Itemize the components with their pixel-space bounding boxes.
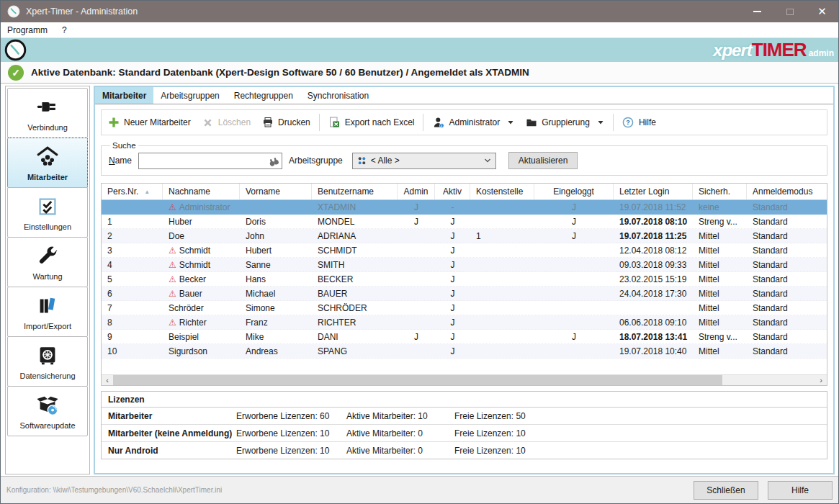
brand-logo: xpert TIMER admin bbox=[713, 39, 834, 61]
license-name: Nur Android bbox=[108, 446, 236, 456]
cell-login: 19.07.2018 11:52 bbox=[614, 200, 693, 214]
tab-arbeitsgruppen[interactable]: Arbeitsgruppen bbox=[153, 87, 226, 104]
cell-nachname: Sigurdson bbox=[163, 344, 240, 358]
maximize-button[interactable] bbox=[773, 1, 806, 22]
table-row[interactable]: 4⚠SchmidtSanneSMITHJ09.03.2018 09:33Mitt… bbox=[102, 258, 827, 272]
table-row[interactable]: 1HuberDorisMONDELJJJ19.07.2018 08:10Stre… bbox=[102, 215, 827, 229]
cell-login: 19.07.2018 11:25 bbox=[614, 229, 693, 243]
löschen-button[interactable]: Löschen bbox=[202, 117, 251, 129]
cell-modus: Standard bbox=[747, 215, 827, 228]
window-controls: ✕ bbox=[741, 1, 838, 22]
cell-pers: 10 bbox=[102, 344, 163, 358]
cell-sicherheit: Streng v... bbox=[693, 330, 747, 343]
scroll-right-arrow-icon[interactable]: › bbox=[815, 375, 827, 385]
cell-pers: 2 bbox=[102, 229, 163, 243]
search-input[interactable] bbox=[138, 153, 282, 169]
column-header-vorname[interactable]: Vorname bbox=[240, 184, 312, 199]
table-row[interactable]: 6⚠BauerMichaelBAUERJ24.04.2018 17:30Mitt… bbox=[102, 287, 827, 301]
cell-sicherheit: Mittel bbox=[693, 301, 747, 315]
cell-kostenstelle bbox=[470, 315, 534, 329]
cell-benutzername: MONDEL bbox=[312, 215, 398, 228]
table-row[interactable]: 7SchröderSimoneSCHRÖDERJMittelStandard bbox=[102, 301, 827, 315]
cell-benutzername: XTADMIN bbox=[312, 200, 398, 214]
tab-rechtegruppen[interactable]: Rechtegruppen bbox=[227, 87, 300, 104]
table-row[interactable]: 9BeispielMikeDANIJJJ18.07.2018 13:41Stre… bbox=[102, 330, 827, 344]
sidebar-item-import-export[interactable]: Import/Export bbox=[7, 287, 88, 337]
toolbar-button-label: Gruppierung bbox=[542, 117, 590, 127]
dropdown-caret-icon[interactable] bbox=[597, 119, 604, 126]
cell-benutzername: SMITH bbox=[312, 258, 398, 271]
sidebar-item-softwareupdate[interactable]: Softwareupdate bbox=[7, 386, 88, 436]
cell-admin bbox=[398, 272, 435, 286]
toolbar-button-label: Löschen bbox=[218, 117, 251, 127]
cell-benutzername: SCHMIDT bbox=[312, 243, 398, 257]
toolbar-separator bbox=[319, 114, 320, 131]
refresh-button[interactable]: Aktualisieren bbox=[508, 152, 578, 169]
sidebar-item-datensicherung[interactable]: Datensicherung bbox=[7, 336, 88, 387]
cell-pers: 7 bbox=[102, 301, 163, 315]
column-header-pers[interactable]: Pers.Nr.▲ bbox=[102, 184, 163, 199]
dropdown-caret-icon[interactable] bbox=[507, 119, 514, 126]
table-row[interactable]: 8⚠RichterFranzRICHTERJ06.06.2018 09:10Mi… bbox=[102, 315, 827, 330]
cell-aktiv: J bbox=[435, 330, 470, 343]
gruppierung-button[interactable]: Gruppierung bbox=[525, 117, 604, 129]
scroll-left-arrow-icon[interactable]: ‹ bbox=[102, 375, 113, 385]
app-clock-icon bbox=[7, 5, 20, 18]
scrollbar-thumb[interactable] bbox=[113, 375, 722, 385]
license-acquired: Erworbene Lizenzen: 10 bbox=[236, 446, 346, 456]
menu-item-[interactable]: ? bbox=[62, 25, 67, 35]
drucken-button[interactable]: Drucken bbox=[261, 117, 310, 129]
cell-sicherheit: Mittel bbox=[693, 272, 747, 286]
minimize-button[interactable] bbox=[741, 1, 773, 22]
table-row[interactable]: ⚠AdministratorXTADMINJ-J19.07.2018 11:52… bbox=[102, 200, 827, 215]
license-name: Mitarbeiter bbox=[108, 411, 236, 421]
close-icon[interactable]: ✕ bbox=[806, 1, 838, 22]
sidebar-item-label: Wartung bbox=[32, 272, 62, 281]
sidebar-item-einstellungen[interactable]: Einstellungen bbox=[7, 187, 88, 238]
menu-item-programm[interactable]: Programm bbox=[7, 25, 48, 35]
column-header-nachname[interactable]: Nachname bbox=[163, 184, 240, 199]
plus-icon bbox=[107, 117, 120, 129]
table-row[interactable]: 10SigurdsonAndreasSPANGJ19.07.2018 10:40… bbox=[102, 344, 827, 359]
tab-synchronisation[interactable]: Synchronisation bbox=[300, 87, 376, 104]
cell-benutzername: SCHRÖDER bbox=[312, 301, 398, 315]
sidebar-item-mitarbeiter[interactable]: Mitarbeiter bbox=[7, 138, 88, 188]
close-button[interactable]: Schließen bbox=[694, 481, 758, 500]
column-header-modus[interactable]: Anmeldemodus bbox=[747, 184, 827, 199]
help-button[interactable]: Hilfe bbox=[768, 481, 833, 500]
column-header-login[interactable]: Letzter Login bbox=[614, 184, 693, 199]
cell-sicherheit: Streng v... bbox=[693, 215, 747, 228]
column-header-benutzername[interactable]: Benutzername bbox=[312, 184, 398, 199]
horizontal-scrollbar[interactable]: ‹ › bbox=[102, 374, 827, 385]
workgroup-label: Arbeitsgruppe bbox=[289, 156, 343, 166]
sidebar-item-verbindung[interactable]: Verbindung bbox=[7, 88, 88, 138]
main-area: VerbindungMitarbeiterEinstellungenWartun… bbox=[1, 84, 838, 476]
column-header-aktiv[interactable]: Aktiv bbox=[435, 184, 470, 199]
tab-mitarbeiter[interactable]: Mitarbeiter bbox=[95, 87, 153, 104]
license-free: Freie Lizenzen: 50 bbox=[454, 411, 820, 421]
cell-vorname: Andreas bbox=[240, 344, 312, 358]
cell-sicherheit: Mittel bbox=[693, 315, 747, 329]
workgroup-select[interactable]: < Alle > bbox=[352, 153, 496, 169]
cell-admin bbox=[398, 287, 435, 300]
column-header-label: Anmeldemodus bbox=[753, 186, 812, 197]
cell-eingeloggt bbox=[534, 301, 614, 315]
table-row[interactable]: 5⚠BeckerHansBECKERJ23.02.2015 15:19Mitte… bbox=[102, 272, 827, 287]
table-row[interactable]: 3⚠SchmidtHubertSCHMIDTJ12.04.2018 08:12M… bbox=[102, 243, 827, 258]
export-nach-excel-button[interactable]: Export nach Excel bbox=[328, 117, 415, 129]
column-header-kostenstelle[interactable]: Kostenstelle bbox=[470, 184, 534, 199]
column-header-admin[interactable]: Admin bbox=[398, 184, 435, 199]
sidebar-item-wartung[interactable]: Wartung bbox=[7, 237, 88, 287]
cell-nachname: ⚠Becker bbox=[163, 272, 240, 286]
column-header-eingeloggt[interactable]: Eingeloggt bbox=[534, 184, 614, 199]
excel-icon bbox=[328, 117, 341, 129]
toolbar-separator bbox=[423, 114, 423, 131]
table-row[interactable]: 2DoeJohnADRIANAJ1J19.07.2018 11:25Mittel… bbox=[102, 229, 827, 243]
license-acquired: Erworbene Lizenzen: 60 bbox=[236, 411, 346, 421]
cell-vorname: Mike bbox=[240, 330, 312, 343]
hilfe-button[interactable]: ?Hilfe bbox=[622, 117, 656, 129]
neuer-mitarbeiter-button[interactable]: Neuer Mitarbeiter bbox=[107, 117, 191, 129]
column-header-sicherheit[interactable]: Sicherh. bbox=[693, 184, 747, 199]
administrator-button[interactable]: Administrator bbox=[432, 117, 514, 129]
cell-text: Schmidt bbox=[179, 246, 210, 256]
